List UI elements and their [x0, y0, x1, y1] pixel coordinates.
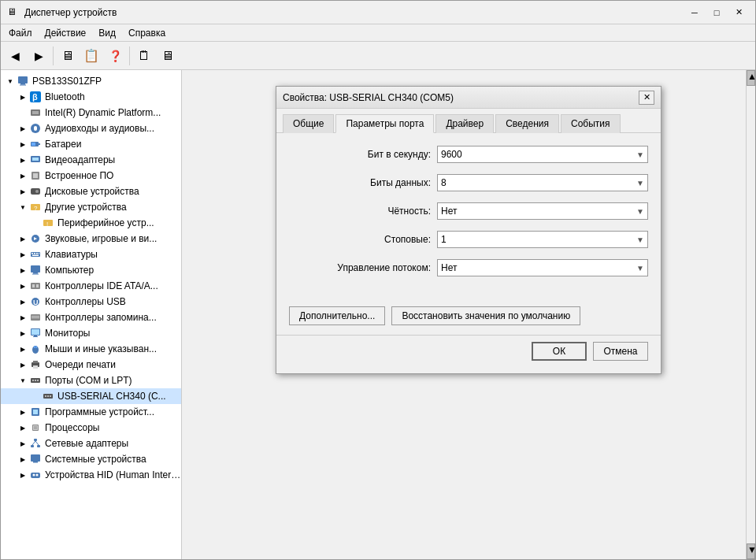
- right-scrollbar[interactable]: ▲ ▼: [746, 70, 755, 559]
- baud-rate-select[interactable]: 9600 ▼: [437, 146, 648, 163]
- keyboard-expand: ▶: [17, 248, 29, 261]
- tree-item-disk[interactable]: ▶ Дисковые устройства: [1, 184, 181, 199]
- dialog-title-bar: Свойства: USB-SERIAL CH340 (COM5) ✕: [276, 87, 661, 109]
- svg-point-57: [47, 395, 49, 397]
- software-label: Программные устройст...: [45, 406, 154, 417]
- sound-label: Звуковые, игровые и ви...: [45, 233, 157, 244]
- maximize-button[interactable]: □: [706, 5, 727, 20]
- tree-item-software[interactable]: ▶ Программные устройст...: [1, 404, 181, 420]
- parity-label: Чётность:: [289, 206, 431, 217]
- toolbar-help[interactable]: ❓: [104, 45, 126, 67]
- svg-rect-60: [33, 410, 38, 414]
- dialog-close-button[interactable]: ✕: [639, 91, 654, 105]
- tree-item-audio[interactable]: ▶ Аудиовходы и аудиовы...: [1, 121, 181, 136]
- field-flow-control: Управление потоком: Нет ▼: [289, 259, 648, 276]
- field-data-bits: Биты данных: 8 ▼: [289, 174, 648, 191]
- svg-rect-49: [33, 361, 38, 363]
- svg-rect-64: [34, 439, 37, 441]
- svg-rect-29: [32, 255, 39, 257]
- computer-expand: ▶: [17, 264, 29, 276]
- menu-view[interactable]: Вид: [94, 26, 120, 40]
- svg-rect-35: [36, 284, 39, 287]
- svg-point-17: [35, 190, 39, 193]
- tree-item-video[interactable]: ▶ Видеоадаптеры: [1, 152, 181, 168]
- tree-item-intel[interactable]: ▶ Intel(R) Dynamic Platform...: [1, 105, 181, 121]
- video-expand: ▶: [17, 154, 29, 166]
- svg-point-54: [37, 380, 39, 381]
- parity-select[interactable]: Нет ▼: [437, 202, 648, 220]
- tab-general[interactable]: Общие: [283, 114, 334, 133]
- tree-item-computer[interactable]: ▶ Компьютер: [1, 262, 181, 278]
- monitor-label: Мониторы: [45, 328, 90, 339]
- bluetooth-expand: ▶: [17, 91, 29, 103]
- tab-events[interactable]: События: [561, 114, 621, 133]
- close-button[interactable]: ✕: [728, 5, 749, 20]
- tree-item-periph[interactable]: ▶ ! Периферийное устр...: [1, 215, 181, 231]
- tree-item-ch340[interactable]: ▶ USB-SERIAL CH340 (C...: [1, 388, 181, 404]
- tab-bar: Общие Параметры порта Драйвер Сведения С…: [276, 109, 661, 133]
- tree-item-system[interactable]: ▶ Системные устройства: [1, 451, 181, 467]
- intel-icon: [29, 106, 42, 119]
- toolbar-properties[interactable]: 🖥: [57, 45, 79, 67]
- fw-expand: ▶: [17, 169, 29, 182]
- software-expand: ▶: [17, 406, 29, 418]
- toolbar-back[interactable]: ◀: [4, 45, 26, 67]
- tree-item-battery[interactable]: ▶ Батареи: [1, 136, 181, 152]
- usb-label: Контроллеры USB: [45, 296, 126, 307]
- sound-icon: [29, 232, 42, 245]
- svg-rect-10: [39, 143, 40, 145]
- cancel-button[interactable]: Отмена: [593, 342, 648, 361]
- svg-rect-65: [31, 445, 34, 447]
- usb-icon: U: [29, 295, 42, 308]
- usb-expand: ▶: [17, 295, 29, 308]
- tree-item-print[interactable]: ▶ Очереди печати: [1, 357, 181, 373]
- dialog-body: Бит в секунду: 9600 ▼ Биты данных: 8: [276, 133, 661, 300]
- tree-item-monitor[interactable]: ▶ Мониторы: [1, 325, 181, 341]
- toolbar-forward[interactable]: ▶: [28, 45, 50, 67]
- ch340-label: USB-SERIAL CH340 (C...: [57, 391, 166, 402]
- data-bits-select[interactable]: 8 ▼: [437, 174, 648, 191]
- tree-root[interactable]: ▼ PSB133S01ZFP: [1, 73, 181, 89]
- flow-control-arrow: ▼: [636, 264, 644, 273]
- sound-expand: ▶: [17, 232, 29, 245]
- tree-item-network[interactable]: ▶ Сетевые адаптеры: [1, 436, 181, 451]
- tree-item-cpu[interactable]: ▶ Процессоры: [1, 420, 181, 436]
- toolbar-view2[interactable]: 🖥: [157, 45, 179, 67]
- minimize-button[interactable]: ─: [684, 5, 705, 20]
- menu-action[interactable]: Действие: [40, 26, 91, 40]
- advanced-button[interactable]: Дополнительно...: [289, 306, 385, 325]
- toolbar-scan[interactable]: 📋: [80, 45, 102, 67]
- tree-item-usb[interactable]: ▶ U Контроллеры USB: [1, 294, 181, 310]
- stop-bits-select[interactable]: 1 ▼: [437, 231, 648, 248]
- ok-button[interactable]: ОК: [532, 342, 587, 361]
- tree-item-storage[interactable]: ▶ Контроллеры запомина...: [1, 310, 181, 325]
- menu-help[interactable]: Справка: [124, 26, 170, 40]
- tab-driver[interactable]: Драйвер: [435, 114, 494, 133]
- tree-item-hid[interactable]: ▶ Устройства HID (Human Interface Device…: [1, 467, 181, 483]
- menu-file[interactable]: Файл: [4, 26, 37, 40]
- flow-control-select[interactable]: Нет ▼: [437, 259, 648, 276]
- parity-value: Нет: [441, 206, 457, 217]
- tab-details[interactable]: Сведения: [495, 114, 559, 133]
- device-tree[interactable]: ▼ PSB133S01ZFP ▶ β Bluetooth ▶: [1, 70, 182, 559]
- tree-item-firmware[interactable]: ▶ Встроенное ПО: [1, 168, 181, 184]
- main-window-title: Диспетчер устройств: [24, 7, 117, 18]
- tree-item-ide[interactable]: ▶ Контроллеры IDE ATA/A...: [1, 278, 181, 294]
- tree-item-mouse[interactable]: ▶ Мыши и иные указыван...: [1, 341, 181, 357]
- audio-expand: ▶: [17, 122, 29, 135]
- tree-item-sound[interactable]: ▶ Звуковые, игровые и ви...: [1, 231, 181, 247]
- modal-overlay: Свойства: USB-SERIAL CH340 (COM5) ✕ Общи…: [182, 70, 755, 559]
- tree-item-bluetooth[interactable]: ▶ β Bluetooth: [1, 89, 181, 105]
- tab-port-settings[interactable]: Параметры порта: [335, 114, 434, 133]
- tree-item-other[interactable]: ▼ ? Другие устройства: [1, 199, 181, 215]
- tree-item-ports[interactable]: ▼ Порты (COM и LPT): [1, 373, 181, 388]
- scrollbar-down[interactable]: ▼: [747, 543, 755, 559]
- scrollbar-up[interactable]: ▲: [747, 70, 755, 86]
- periph-label: Периферийное устр...: [57, 217, 154, 228]
- cpu-expand: ▶: [17, 421, 29, 434]
- dialog-title: Свойства: USB-SERIAL CH340 (COM5): [283, 92, 454, 103]
- video-label: Видеоадаптеры: [45, 154, 115, 165]
- restore-defaults-button[interactable]: Восстановить значения по умолчанию: [391, 306, 580, 325]
- tree-item-keyboard[interactable]: ▶ Клавиатуры: [1, 247, 181, 262]
- toolbar-view1[interactable]: 🗒: [133, 45, 155, 67]
